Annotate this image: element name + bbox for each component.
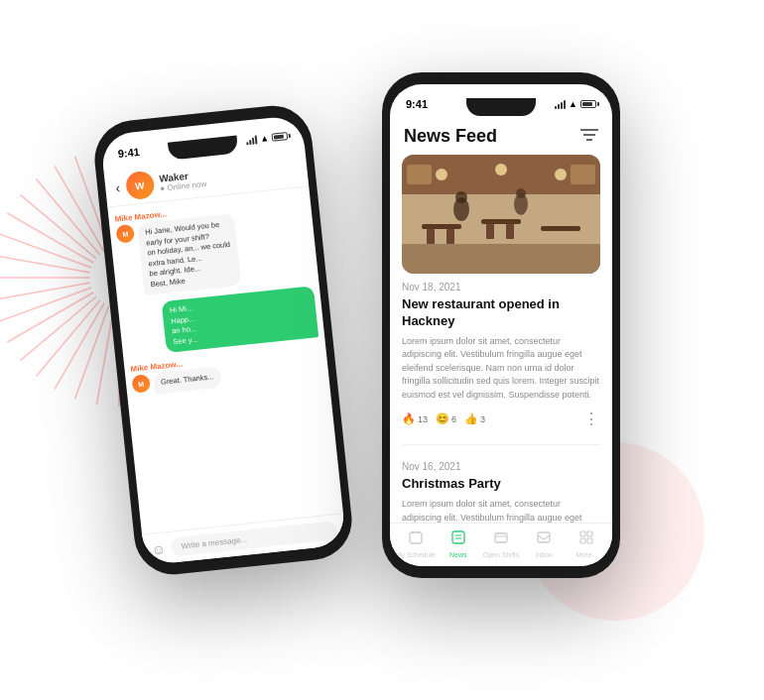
svg-point-48	[436, 169, 447, 180]
nav-news[interactable]: News	[437, 529, 479, 558]
article-date-1: Nov 18, 2021	[402, 282, 600, 292]
phone-front: 9:41 ▲ News Feed	[382, 72, 620, 578]
schedule-icon	[408, 529, 424, 549]
reaction-smile-1[interactable]: 😊 6	[436, 412, 456, 425]
bubble-received-2: Great. Thanks...	[153, 367, 221, 394]
smile-emoji-1: 😊	[436, 412, 449, 425]
news-feed-title: News Feed	[404, 126, 497, 147]
svg-line-29	[0, 234, 91, 268]
reaction-like-1[interactable]: 👍 3	[464, 412, 485, 425]
svg-line-25	[0, 288, 91, 321]
svg-rect-55	[402, 244, 600, 274]
status-icons-back: ▲	[246, 131, 289, 145]
news-divider-1	[402, 444, 600, 445]
signal-icon	[246, 134, 258, 145]
svg-rect-58	[410, 532, 422, 543]
svg-rect-41	[422, 224, 461, 229]
chat-header-info: Waker ● Online now	[159, 159, 299, 192]
nav-shifts[interactable]: Open Shifts	[479, 529, 522, 558]
nav-inbox-label: Inbox	[536, 551, 553, 558]
nav-news-label: News	[449, 551, 467, 558]
svg-rect-70	[587, 538, 592, 543]
chat-message-1: Mike Mazow... M Hi Jane, Would you beear…	[114, 195, 313, 298]
svg-line-26	[0, 283, 89, 299]
article-date-2: Nov 16, 2021	[402, 461, 600, 472]
nav-shifts-label: Open Shifts	[483, 551, 520, 558]
reactions-left-1: 🔥 13 😊 6 👍 3	[402, 412, 485, 425]
like-emoji-1: 👍	[464, 412, 478, 425]
svg-rect-61	[452, 531, 464, 543]
svg-rect-69	[580, 538, 585, 543]
mini-avatar-2: M	[131, 374, 151, 394]
phone-back: 9:41 ▲ ‹ W Waker ● O	[91, 102, 356, 578]
wifi-icon-front: ▲	[569, 99, 577, 109]
smile-count-1: 6	[451, 414, 456, 424]
chat-message-2: Hi Mi...Happ...an ho...See y...	[124, 286, 318, 357]
svg-rect-47	[506, 224, 514, 239]
svg-line-24	[7, 292, 93, 342]
more-options-1[interactable]: ⋮	[583, 409, 600, 428]
svg-rect-67	[580, 531, 585, 536]
back-button[interactable]: ‹	[115, 179, 121, 195]
chat-avatar: W	[125, 171, 156, 201]
signal-bar-4	[255, 135, 258, 144]
svg-rect-56	[407, 165, 432, 184]
status-icons-front: ▲	[555, 99, 596, 109]
svg-point-52	[455, 191, 467, 203]
svg-rect-44	[427, 229, 435, 244]
status-time-front: 9:41	[406, 98, 428, 110]
bubble-sent-1: Hi Mi...Happ...an ho...See y...	[162, 286, 318, 353]
article-headline-1: New restaurant opened in Hackney	[402, 296, 600, 330]
svg-rect-64	[495, 533, 507, 542]
more-icon	[578, 529, 594, 549]
battery-icon-front	[580, 100, 596, 108]
like-count-1: 3	[480, 414, 485, 424]
news-screen: 9:41 ▲ News Feed	[390, 84, 612, 566]
fire-count-1: 13	[418, 414, 428, 424]
chat-messages: Mike Mazow... M Hi Jane, Would you beear…	[107, 186, 346, 565]
article-reactions-1: 🔥 13 😊 6 👍 3 ⋮	[402, 409, 600, 428]
article-body-1: Lorem ipsum dolor sit amet, consectetur …	[402, 335, 600, 403]
chat-screen: 9:41 ▲ ‹ W Waker ● O	[100, 115, 346, 566]
fire-emoji-1: 🔥	[402, 412, 416, 425]
phones-container: 9:41 ▲ ‹ W Waker ● O	[84, 33, 680, 667]
signal-bar-1	[246, 142, 248, 145]
svg-rect-45	[446, 229, 454, 244]
inbox-icon	[536, 529, 552, 549]
article-headline-2: Christmas Party	[402, 476, 600, 493]
svg-line-28	[0, 255, 89, 272]
svg-point-49	[495, 164, 507, 175]
nav-inbox[interactable]: Inbox	[523, 529, 566, 558]
nav-schedule[interactable]: My Schedule	[394, 529, 437, 558]
news-header: News Feed	[390, 120, 612, 155]
nav-more-label: More...	[576, 551, 598, 558]
news-card-1: Nov 18, 2021 New restaurant opened in Ha…	[402, 155, 600, 428]
reaction-fire-1[interactable]: 🔥 13	[402, 412, 428, 425]
svg-rect-46	[486, 224, 494, 239]
bubble-received-1: Hi Jane, Would you beearly for your shif…	[137, 213, 241, 295]
signal-icon-front	[555, 99, 566, 109]
emoji-icon[interactable]: ☺	[151, 540, 167, 557]
svg-point-50	[555, 169, 567, 180]
svg-point-54	[516, 188, 526, 198]
news-scroll[interactable]: Nov 18, 2021 New restaurant opened in Ha…	[390, 155, 612, 566]
notch-front	[466, 98, 536, 116]
svg-rect-68	[587, 531, 592, 536]
article-image-1	[402, 155, 600, 274]
news-icon	[450, 529, 466, 549]
svg-line-30	[7, 213, 93, 263]
bottom-nav: My Schedule News Open Shifts	[390, 523, 612, 566]
shifts-icon	[493, 529, 509, 549]
wifi-icon: ▲	[260, 133, 270, 144]
svg-rect-43	[541, 226, 580, 231]
battery-icon	[272, 132, 289, 142]
status-time-back: 9:41	[117, 146, 140, 160]
nav-schedule-label: My Schedule	[395, 551, 435, 558]
svg-rect-57	[571, 165, 595, 184]
mini-avatar-1: M	[115, 224, 135, 244]
filter-icon[interactable]	[580, 128, 598, 146]
svg-rect-66	[538, 532, 550, 542]
svg-rect-42	[481, 219, 521, 224]
nav-more[interactable]: More...	[566, 529, 608, 558]
